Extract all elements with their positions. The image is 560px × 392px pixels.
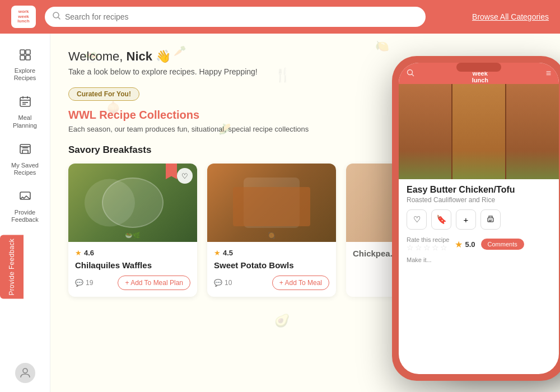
recipe-card-1[interactable]: 🥗🌿 ♡ ★ 4.6 Chilaquiles Waffles [68, 164, 197, 297]
search-bar[interactable] [45, 7, 426, 27]
curated-badge: Curated For You! [68, 87, 139, 101]
phone-score-star: ★ [455, 239, 463, 250]
recipe-container-2 [452, 84, 505, 179]
phone-rate-label: Rate this recipe [407, 236, 449, 243]
recipe-card-1-comments: 💬 19 [75, 279, 93, 287]
phone-score-badge: ★ 5.0 [455, 239, 475, 250]
comment-icon-2: 💬 [214, 279, 222, 287]
user-avatar[interactable] [15, 363, 35, 383]
welcome-name: Nick [127, 49, 152, 63]
star-icon-2: ★ [214, 249, 221, 257]
recipe-card-2-comments: 💬 10 [214, 279, 232, 287]
phone-search-icon [407, 69, 414, 78]
recipe-card-1-name: Chilaquiles Waffles [75, 260, 190, 270]
phone-add-button[interactable]: + [456, 209, 476, 230]
phone-menu-icon: ≡ [546, 68, 551, 78]
svg-line-1 [58, 17, 60, 19]
sidebar: Explore Recipes Meal Planning [0, 34, 50, 392]
recipe-card-1-rating-value: 4.6 [84, 249, 94, 257]
phone-star-3[interactable]: ☆ [423, 243, 431, 252]
sidebar-item-meal-planning-label: Meal Planning [7, 114, 43, 129]
sidebar-item-saved[interactable]: My Saved Recipes [3, 137, 48, 182]
phone-recipe-name: Easy Butter Chicken/Tofu [407, 185, 551, 195]
recipe-card-1-add-button[interactable]: + Add To Meal Plan [118, 276, 190, 290]
svg-rect-12 [20, 144, 30, 153]
recipe-card-2-rating-value: 4.5 [223, 249, 233, 257]
recipe-card-2-comment-count: 10 [225, 279, 232, 287]
svg-rect-5 [26, 55, 30, 60]
recipe-container-3 [506, 84, 559, 179]
phone-bookmark-button[interactable]: 🔖 [431, 209, 451, 230]
phone-stars: ☆ ☆ ☆ ☆ ☆ [407, 243, 449, 252]
phone-recipe-image [399, 84, 559, 179]
recipe-card-1-footer: 💬 19 + Add To Meal Plan [75, 276, 190, 290]
recipe-card-2-add-button[interactable]: + Add To Meal [272, 276, 329, 290]
saved-icon [18, 143, 32, 160]
recipe-card-1-comment-count: 19 [86, 279, 93, 287]
sidebar-item-feedback[interactable]: Provide Feedback [3, 184, 48, 229]
phone-star-1[interactable]: ☆ [407, 243, 414, 252]
welcome-greeting: Welcome, [68, 49, 127, 63]
explore-icon [18, 48, 32, 65]
phone-rate-section: Rate this recipe ☆ ☆ ☆ ☆ ☆ ★ [407, 236, 551, 252]
recipe-card-2-footer: 💬 10 + Add To Meal [214, 276, 329, 290]
app-header: workweeklunch Browse All Categories [0, 0, 560, 34]
recipe-card-2-rating: ★ 4.5 [214, 249, 329, 257]
recipe-card-1-body: ★ 4.6 Chilaquiles Waffles 💬 19 + Add To … [68, 242, 197, 297]
phone-notch [456, 63, 501, 72]
phone-make-label: Make it... [407, 256, 551, 263]
phone-screen: workweeklunch ≡ Easy Butter Chicken/T [399, 63, 559, 374]
meal-planning-icon [18, 95, 32, 112]
wave-emoji: 👋 [156, 49, 171, 63]
browse-all-link[interactable]: Browse All Categories [472, 12, 549, 21]
phone-score-value: 5.0 [465, 240, 475, 249]
svg-point-16 [23, 368, 27, 373]
feedback-icon [18, 190, 32, 207]
sidebar-item-feedback-label: Provide Feedback [7, 209, 43, 223]
sidebar-item-meal-planning[interactable]: Meal Planning [3, 90, 48, 134]
phone-frame-main: workweeklunch ≡ Easy Butter Chicken/T [392, 56, 560, 381]
phone-rate-container: Rate this recipe ☆ ☆ ☆ ☆ ☆ [407, 236, 449, 252]
app-layout: Explore Recipes Meal Planning [0, 34, 560, 392]
sidebar-item-explore[interactable]: Explore Recipes [3, 43, 48, 87]
recipe-card-2[interactable]: 🥘 ★ 4.5 Sweet Potato Bowls 💬 10 [207, 164, 336, 297]
phone-comments-button[interactable]: Comments [481, 239, 524, 250]
phone-star-4[interactable]: ☆ [432, 243, 439, 252]
sidebar-item-saved-label: My Saved Recipes [7, 162, 43, 176]
search-input[interactable] [65, 12, 418, 21]
search-icon [53, 12, 60, 22]
card-1-heart-button[interactable]: ♡ [177, 168, 193, 184]
phone-recipe-image-grid [399, 84, 559, 179]
logo-text: workweeklunch [17, 10, 29, 24]
recipe-card-2-name: Sweet Potato Bowls [214, 260, 329, 270]
svg-line-18 [412, 74, 414, 76]
recipe-card-2-body: ★ 4.5 Sweet Potato Bowls 💬 10 + Add To M… [207, 242, 336, 297]
recipe-card-2-image: 🥘 [207, 164, 336, 242]
phone-heart-button[interactable]: ♡ [407, 209, 427, 230]
card-1-actions: ♡ [177, 168, 193, 184]
phone-star-5[interactable]: ☆ [440, 243, 447, 252]
recipe-card-1-rating: ★ 4.6 [75, 249, 190, 257]
svg-rect-2 [20, 50, 25, 54]
star-icon: ★ [75, 249, 82, 257]
svg-rect-3 [26, 50, 30, 54]
phone-print-button[interactable] [480, 209, 501, 230]
recipe-container-1 [399, 84, 451, 179]
phone-recipe-subtitle: Roasted Cauliflower and Rice [407, 196, 551, 204]
phone-star-2[interactable]: ☆ [415, 243, 422, 252]
svg-rect-6 [20, 97, 30, 106]
sidebar-item-explore-label: Explore Recipes [7, 67, 43, 82]
logo[interactable]: workweeklunch [11, 6, 36, 28]
main-content: 🥗 🥕 🍴 🍋 🍅 🧅 🌽 🥦 🍞 🧄 🥑 Welcome, Nick 👋 Ta… [50, 34, 560, 392]
comment-icon: 💬 [75, 279, 83, 287]
phone-recipe-body: Easy Butter Chicken/Tofu Roasted Caulifl… [399, 179, 559, 269]
mobile-app-overlay: 🔍 workweeklunch ≡ Easy Butter Chicken [392, 56, 560, 370]
recipe-card-1-image: 🥗🌿 ♡ [68, 164, 197, 242]
svg-rect-4 [20, 55, 25, 60]
phone-action-row: ♡ 🔖 + [407, 209, 551, 230]
